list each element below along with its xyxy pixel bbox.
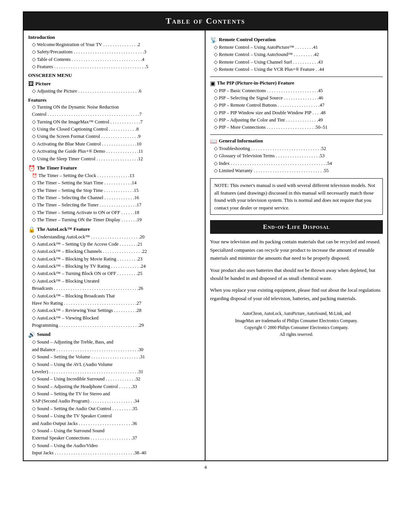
toc-entry: Index . . . . . . . . . . . . . . . . . … — [210, 160, 383, 167]
toc-entry: Glossary of Television Terms . . . . . .… — [210, 152, 383, 160]
footer-line-2: ImageMax are trademarks of Philips Consu… — [210, 317, 383, 324]
toc-entry: Limited Warranty . . . . . . . . . . . .… — [210, 167, 383, 174]
toc-entry: Sound – Adjusting the Treble, Bass, and — [28, 339, 200, 346]
section-divider — [210, 134, 383, 135]
toc-entry: PIP – Adjusting the Color and Tint . . .… — [210, 117, 383, 124]
toc-entry: The Timer – Turning ON the Timer Display… — [28, 216, 200, 224]
toc-entry: and Audio Output Jacks . . . . . . . . .… — [28, 420, 200, 427]
timer-clock-icon: ⏰ — [32, 173, 37, 178]
toc-entry: AutoLock™ – Setting Up the Access Code .… — [28, 241, 200, 248]
toc-entry: AutoLock™ – Turning Block ON or OFF . . … — [28, 270, 200, 277]
toc-entry: ⏰ The Timer – Setting the Clock . . . . … — [28, 172, 200, 179]
toc-entry: Sound – Using Incredible Surround . . . … — [28, 375, 200, 383]
toc-entry: and Balance . . . . . . . . . . . . . . … — [28, 346, 200, 353]
toc-entry: Sound – Using the Surround Sound — [28, 427, 200, 435]
toc-entry: Input Jacks . . . . . . . . . . . . . . … — [28, 449, 200, 457]
toc-entry: Using the Closed Captioning Control . . … — [28, 126, 200, 133]
toc-entry: Welcome/Registration of Your TV . . . . … — [28, 41, 200, 48]
toc-entry: PIP – Remote Control Buttons . . . . . .… — [210, 102, 383, 109]
toc-entry: Adjusting the Picture . . . . . . . . . … — [28, 88, 200, 95]
picture-section-header: 🖼 Picture — [28, 81, 200, 87]
toc-entry: AutoLock™ – Viewing Blocked — [28, 315, 200, 322]
toc-entry: Remote Control – Using AutoPicture™ . . … — [210, 44, 383, 51]
toc-entry: AutoLock™ – Blocking by TV Rating . . . … — [28, 263, 200, 270]
autolock-section-header: 🔒 The AutoLock™ Feature — [28, 226, 200, 233]
section-divider — [210, 77, 383, 77]
toc-entry: SAP (Second Audio Program) . . . . . . .… — [28, 398, 200, 405]
toc-entry: The Timer – Selecting the Channel . . . … — [28, 194, 200, 201]
toc-entry: PIP – Basic Connections . . . . . . . . … — [210, 87, 383, 94]
footer-line-1: AutoChron, AutoLock, AutoPicture, AutoSo… — [210, 310, 383, 317]
toc-entry: Activating the Blue Mute Control . . . .… — [28, 141, 200, 148]
toc-entry: Using the Sleep Timer Control . . . . . … — [28, 155, 200, 163]
toc-entry: AutoLock™ – Blocking Channels . . . . . … — [28, 248, 200, 255]
toc-entry: Activating the Guide Plus+® Demo . . . .… — [28, 148, 200, 155]
footer-line-4: All rights reserved. — [210, 331, 383, 338]
sound-title: Sound — [37, 331, 50, 337]
page: Table of Contents Introduction Welcome/R… — [23, 11, 388, 521]
sound-icon: 🔊 — [28, 331, 35, 338]
picture-icon: 🖼 — [28, 81, 34, 87]
timer-icon: ⏰ — [28, 165, 35, 172]
note-text: NOTE: This owner's manual is used with s… — [214, 182, 375, 211]
picture-title: Picture — [35, 81, 51, 87]
toc-entry: Control . . . . . . . . . . . . . . . . … — [28, 111, 200, 118]
toc-entry: Programming . . . . . . . . . . . . . . … — [28, 322, 200, 329]
toc-entry: External Speaker Connections . . . . . .… — [28, 435, 200, 442]
remote-control-section-header: 📡 Remote Control Operation — [210, 37, 383, 43]
timer-section-header: ⏰ The Timer Feature — [28, 165, 200, 172]
toc-entry: Remote Control – Using Channel Surf . . … — [210, 59, 383, 66]
autolock-title: The AutoLock™ Feature — [37, 226, 90, 232]
general-info-title: General Information — [219, 138, 263, 144]
note-box: NOTE: This owner's manual is used with s… — [210, 178, 383, 215]
pip-title: The PIP (Picture-in-Picture) Feature — [217, 80, 294, 86]
toc-entry: The Timer – Selecting the Tuner . . . . … — [28, 201, 200, 209]
toc-entry: Broadcasts . . . . . . . . . . . . . . .… — [28, 285, 200, 292]
toc-entry: Sound – Using the AVL (Audio Volume — [28, 361, 200, 368]
introduction-header: Introduction — [28, 34, 200, 40]
end-of-life-paragraph-3: When you replace your existing equipment… — [210, 286, 383, 302]
toc-entry: Leveler) . . . . . . . . . . . . . . . .… — [28, 368, 200, 375]
features-header: Features — [28, 97, 200, 103]
toc-entry: Sound – Setting the Volume . . . . . . .… — [28, 353, 200, 361]
lock-icon: 🔒 — [28, 226, 35, 233]
toc-entry: Have No Rating . . . . . . . . . . . . .… — [28, 300, 200, 307]
toc-entry: The Timer – Setting Activate to ON or OF… — [28, 209, 200, 216]
end-of-life-title: End-of-Life Disposal — [210, 220, 383, 234]
toc-entry: AutoLock™ – Blocking Unrated — [28, 278, 200, 285]
toc-entry: Using the Screen Format Control . . . . … — [28, 133, 200, 140]
toc-entry: The Timer – Setting the Stop Time . . . … — [28, 187, 200, 194]
timer-title: The Timer Feature — [37, 165, 77, 171]
toc-entry: Troubleshooting . . . . . . . . . . . . … — [210, 145, 383, 152]
toc-entry: Safety/Precautions . . . . . . . . . . .… — [28, 48, 200, 56]
toc-entry: PIP – More Connections . . . . . . . . .… — [210, 124, 383, 131]
right-column: 📡 Remote Control Operation Remote Contro… — [206, 30, 387, 460]
toc-entry: Turning ON the ImageMax™ Control . . . .… — [28, 118, 200, 126]
toc-entry: Turning ON the Dynamic Noise Reduction — [28, 104, 200, 111]
toc-entry: AutoLock™ – Blocking by Movie Rating . .… — [28, 256, 200, 263]
page-number: 4 — [23, 464, 388, 470]
toc-columns: Introduction Welcome/Registration of You… — [23, 30, 388, 461]
toc-entry: Sound – Adjusting the Headphone Control … — [28, 383, 200, 390]
general-info-section-header: 📖 General Information — [210, 138, 383, 145]
toc-entry: AutoLock™ – Blocking Broadcasts That — [28, 292, 200, 300]
toc-entry: Table of Contents . . . . . . . . . . . … — [28, 56, 200, 63]
toc-entry: Sound – Setting the TV for Stereo and — [28, 390, 200, 398]
remote-icon: 📡 — [210, 37, 217, 43]
end-of-life-paragraph-2: Your product also uses batteries that sh… — [210, 266, 383, 283]
remote-control-title: Remote Control Operation — [219, 37, 276, 43]
toc-entry: AutoLock™ – Reviewing Your Settings . . … — [28, 307, 200, 314]
toc-entry: Understanding AutoLock™ . . . . . . . . … — [28, 233, 200, 241]
page-title: Table of Contents — [23, 11, 388, 30]
end-of-life-text: Your new television and its packing cont… — [210, 238, 383, 302]
toc-entry: Sound – Using the Audio/Video — [28, 442, 200, 449]
pip-icon: ▣ — [210, 80, 215, 87]
toc-entry: Sound – Using the TV Speaker Control — [28, 412, 200, 420]
footer-note: AutoChron, AutoLock, AutoPicture, AutoSo… — [210, 310, 383, 338]
toc-entry: PIP – PIP Window size and Double Window … — [210, 109, 383, 117]
book-icon: 📖 — [210, 138, 217, 145]
toc-entry: Remote Control – Using AutoSound™ . . . … — [210, 51, 383, 58]
end-of-life-paragraph-1: Your new television and its packing cont… — [210, 238, 383, 262]
left-column: Introduction Welcome/Registration of You… — [24, 30, 206, 460]
sound-section-header: 🔊 Sound — [28, 331, 200, 338]
